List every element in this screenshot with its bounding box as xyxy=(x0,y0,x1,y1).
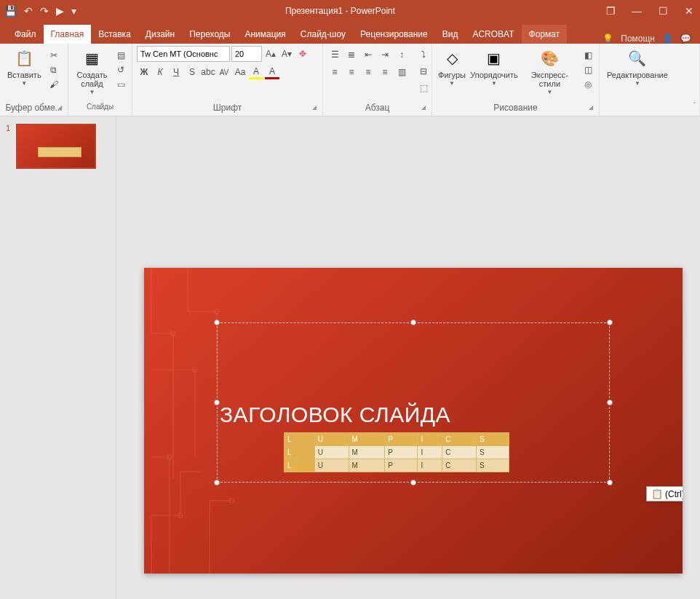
tab-transitions[interactable]: Переходы xyxy=(182,25,237,44)
launcher-icon[interactable]: ◢ xyxy=(57,104,62,111)
new-slide-label: Создать слайд xyxy=(76,71,108,88)
pasted-table[interactable]: LUMPICS LUMPICS LUMPICS xyxy=(284,432,509,472)
collapse-ribbon-icon[interactable]: ˇ xyxy=(693,102,696,110)
minimize-icon[interactable]: — xyxy=(630,5,643,17)
shape-fill-icon[interactable]: ◧ xyxy=(581,49,594,62)
tab-home[interactable]: Главная xyxy=(44,25,92,44)
align-center-icon[interactable]: ≡ xyxy=(344,65,359,79)
workarea: 1 ЗАГОЛОВОК СЛАЙДА xyxy=(0,116,700,599)
tab-insert[interactable]: Вставка xyxy=(91,25,138,44)
bullets-icon[interactable]: ☰ xyxy=(327,47,342,62)
slide-canvas[interactable]: ЗАГОЛОВОК СЛАЙДА LUMPICS LUMPICS xyxy=(116,116,700,599)
resize-handle[interactable] xyxy=(607,400,613,405)
underline-icon[interactable]: Ч xyxy=(169,65,183,79)
spacing-icon[interactable]: AV xyxy=(217,65,231,79)
tab-acrobat[interactable]: ACROBAT xyxy=(465,25,521,44)
quick-styles-icon: 🎨 xyxy=(538,47,560,69)
arrange-icon: ▣ xyxy=(483,47,505,69)
paste-options-button[interactable]: 📋 (Ctrl) ▾ xyxy=(646,486,683,501)
resize-handle[interactable] xyxy=(607,480,613,485)
arrange-button[interactable]: ▣ Упорядочить ▼ xyxy=(470,46,518,88)
account-icon[interactable]: 👤 xyxy=(662,33,673,44)
chevron-down-icon: ▼ xyxy=(491,80,497,87)
tab-file[interactable]: Файл xyxy=(7,25,44,44)
shape-effects-icon[interactable]: ◎ xyxy=(581,78,594,91)
cut-icon[interactable]: ✂ xyxy=(47,49,60,62)
section-icon[interactable]: ▭ xyxy=(114,78,127,91)
case-icon[interactable]: Aa xyxy=(233,65,247,79)
launcher-icon[interactable]: ◢ xyxy=(421,104,426,111)
ribbon-display-icon[interactable]: ❐ xyxy=(604,5,617,17)
qat-more-icon[interactable]: ▾ xyxy=(71,5,76,17)
numbering-icon[interactable]: ≣ xyxy=(344,47,359,62)
smartart-icon[interactable]: ⬚ xyxy=(416,81,431,95)
thumbnail-panel[interactable]: 1 xyxy=(0,116,116,599)
resize-handle[interactable] xyxy=(607,320,613,325)
maximize-icon[interactable]: ☐ xyxy=(656,5,669,17)
close-icon[interactable]: ✕ xyxy=(683,5,696,17)
tell-me-label[interactable]: Помощн xyxy=(621,33,655,44)
justify-icon[interactable]: ≡ xyxy=(378,65,392,79)
tell-me-icon[interactable]: 💡 xyxy=(602,33,613,44)
inc-indent-icon[interactable]: ⇥ xyxy=(378,47,392,62)
share-icon[interactable]: 💬 xyxy=(680,33,691,44)
layout-icon[interactable]: ▤ xyxy=(114,49,127,62)
group-clipboard: 📋 Вставить ▼ ✂ ⧉ 🖌 Буфер обме...◢ xyxy=(0,44,68,116)
text-direction-icon[interactable]: ⤵ xyxy=(416,47,431,62)
strike-icon[interactable]: abc xyxy=(201,65,215,79)
italic-icon[interactable]: К xyxy=(153,65,167,79)
shape-outline-icon[interactable]: ◫ xyxy=(581,63,594,76)
reset-icon[interactable]: ↺ xyxy=(114,63,127,76)
undo-icon[interactable]: ↶ xyxy=(24,5,33,17)
tab-review[interactable]: Рецензирование xyxy=(353,25,435,44)
grow-font-icon[interactable]: A▴ xyxy=(263,47,278,61)
align-right-icon[interactable]: ≡ xyxy=(361,65,375,79)
save-icon[interactable]: 💾 xyxy=(4,5,17,17)
resize-handle[interactable] xyxy=(214,480,220,485)
align-text-icon[interactable]: ⊟ xyxy=(416,64,431,79)
font-color-icon[interactable]: A xyxy=(265,65,279,79)
new-slide-button[interactable]: ▦ Создать слайд ▼ xyxy=(73,46,111,97)
tab-animation[interactable]: Анимация xyxy=(237,25,293,44)
dec-indent-icon[interactable]: ⇤ xyxy=(361,47,375,62)
bold-icon[interactable]: Ж xyxy=(137,65,151,79)
font-size-input[interactable] xyxy=(231,46,262,62)
resize-handle[interactable] xyxy=(410,480,416,485)
columns-icon[interactable]: ▥ xyxy=(394,65,409,79)
resize-handle[interactable] xyxy=(410,320,416,325)
chevron-down-icon: ▼ xyxy=(449,80,455,87)
paste-button[interactable]: 📋 Вставить ▼ xyxy=(4,46,44,88)
line-spacing-icon[interactable]: ↕ xyxy=(394,47,409,62)
paste-label: Вставить xyxy=(7,71,41,79)
group-editing-label xyxy=(604,103,695,116)
resize-handle[interactable] xyxy=(214,320,220,325)
svg-point-2 xyxy=(167,455,172,459)
quick-styles-button[interactable]: 🎨 Экспресс-стили ▼ xyxy=(521,46,578,97)
align-left-icon[interactable]: ≡ xyxy=(327,65,342,79)
slide[interactable]: ЗАГОЛОВОК СЛАЙДА LUMPICS LUMPICS xyxy=(144,268,683,574)
shadow-icon[interactable]: S xyxy=(185,65,199,79)
tab-view[interactable]: Вид xyxy=(435,25,466,44)
launcher-icon[interactable]: ◢ xyxy=(312,104,317,111)
format-painter-icon[interactable]: 🖌 xyxy=(47,78,60,91)
group-clipboard-label: Буфер обме...◢ xyxy=(4,103,63,116)
quick-access-toolbar: 💾 ↶ ↷ ▶ ▾ xyxy=(4,5,76,17)
paste-options-label: (Ctrl) xyxy=(665,489,683,499)
resize-handle[interactable] xyxy=(214,400,220,405)
slide-thumbnail[interactable]: 1 xyxy=(16,124,110,169)
tab-design[interactable]: Дизайн xyxy=(138,25,182,44)
start-slideshow-icon[interactable]: ▶ xyxy=(56,5,64,17)
font-name-input[interactable] xyxy=(137,46,230,62)
shrink-font-icon[interactable]: A▾ xyxy=(279,47,294,61)
copy-icon[interactable]: ⧉ xyxy=(47,63,60,76)
tab-slideshow[interactable]: Слайд-шоу xyxy=(293,25,353,44)
ribbon-tabs: Файл Главная Вставка Дизайн Переходы Ани… xyxy=(0,22,700,44)
launcher-icon[interactable]: ◢ xyxy=(589,104,593,111)
shapes-button[interactable]: ◇ Фигуры ▼ xyxy=(437,46,467,88)
group-drawing: ◇ Фигуры ▼ ▣ Упорядочить ▼ 🎨 Экспресс-ст… xyxy=(432,44,600,116)
redo-icon[interactable]: ↷ xyxy=(40,5,49,17)
tab-format-context[interactable]: Формат xyxy=(522,25,568,44)
editing-button[interactable]: 🔍 Редактирование ▼ xyxy=(604,46,671,88)
highlight-icon[interactable]: A xyxy=(249,65,263,79)
clear-format-icon[interactable]: ✥ xyxy=(295,47,310,61)
